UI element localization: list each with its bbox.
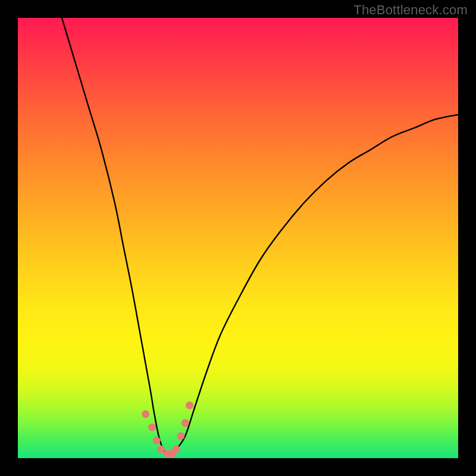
marker-dot: [153, 437, 161, 444]
marker-dot: [173, 446, 180, 453]
marker-dot: [186, 402, 193, 409]
marker-group: [142, 402, 193, 458]
outer-frame: TheBottleneck.com: [0, 0, 476, 476]
curve-layer: [18, 18, 458, 458]
marker-dot: [181, 419, 189, 427]
bottleneck-curve: [62, 18, 458, 455]
bottleneck-plot: [18, 18, 458, 458]
marker-dot: [157, 446, 165, 453]
marker-dot: [142, 411, 149, 418]
marker-dot: [177, 433, 184, 440]
marker-dot: [168, 450, 176, 458]
marker-dot: [164, 450, 171, 458]
watermark-text: TheBottleneck.com: [353, 2, 468, 18]
marker-dot: [148, 424, 156, 431]
